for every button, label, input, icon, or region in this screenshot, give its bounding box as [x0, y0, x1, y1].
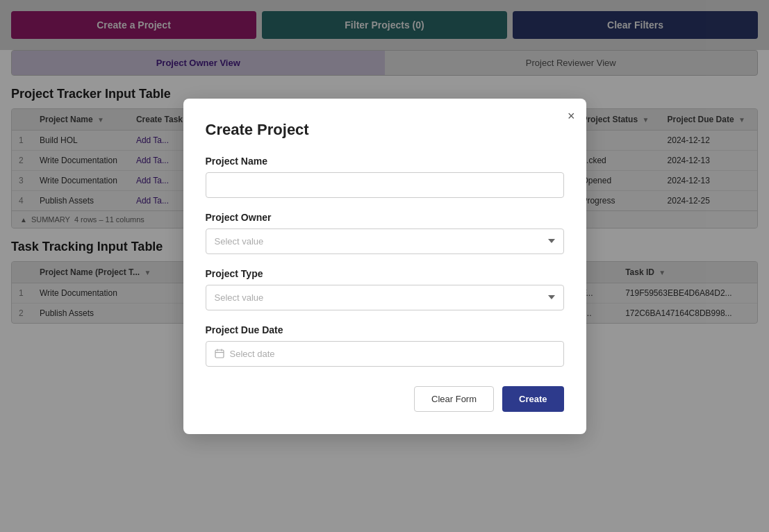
- project-name-group: Project Name: [206, 156, 564, 198]
- project-name-input[interactable]: [206, 172, 564, 198]
- modal-close-button[interactable]: ×: [568, 110, 575, 122]
- project-name-label: Project Name: [206, 156, 564, 167]
- project-type-select[interactable]: Select value: [206, 285, 564, 310]
- modal-title: Create Project: [206, 121, 564, 139]
- modal-overlay[interactable]: Create Project × Project Name Project Ow…: [0, 0, 769, 335]
- project-owner-group: Project Owner Select value: [206, 212, 564, 254]
- project-due-date-group: Project Due Date Select date: [206, 324, 564, 335]
- project-owner-select[interactable]: Select value: [206, 228, 564, 254]
- project-type-group: Project Type Select value: [206, 268, 564, 310]
- project-type-label: Project Type: [206, 268, 564, 279]
- create-project-modal: Create Project × Project Name Project Ow…: [183, 99, 586, 335]
- project-owner-label: Project Owner: [206, 212, 564, 223]
- project-due-date-label: Project Due Date: [206, 324, 564, 335]
